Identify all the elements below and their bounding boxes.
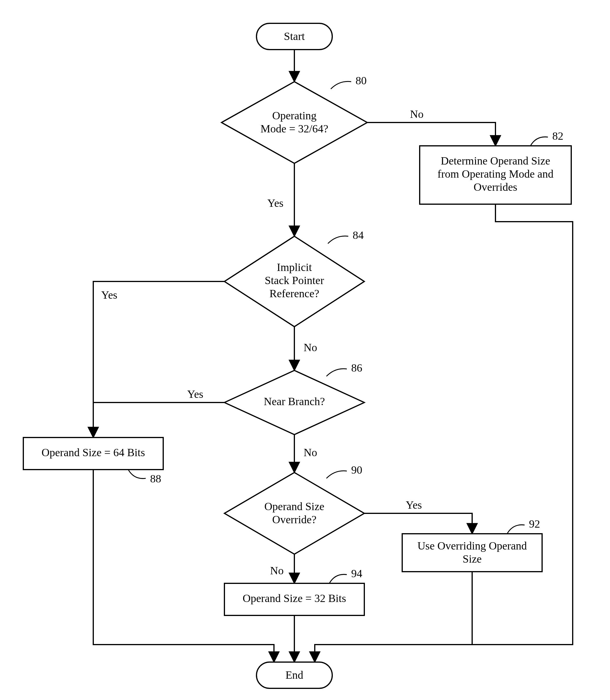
p92-line2: Size	[463, 553, 481, 565]
p94-line1: Operand Size = 32 Bits	[243, 592, 346, 604]
p82-line2: from Operating Mode and	[437, 168, 553, 180]
d84-line1: Implicit	[277, 261, 312, 273]
start-node: Start	[256, 23, 332, 50]
p94-ref: 94	[351, 567, 362, 579]
edge-d90-p92-label: Yes	[406, 499, 422, 511]
d80-ref: 80	[356, 74, 367, 87]
d84-line2: Stack Pointer	[264, 274, 324, 286]
d86-line1: Near Branch?	[264, 395, 325, 407]
edge-d80-d84-label: Yes	[267, 197, 283, 209]
d90-line1: Operand Size	[264, 500, 324, 512]
decision-90: Operand Size Override? 90	[224, 464, 364, 554]
end-node: End	[256, 662, 332, 688]
p88-ref: 88	[150, 472, 161, 485]
d80-line2: Mode = 32/64?	[260, 123, 328, 135]
flowchart: Yes No No Yes Yes No Yes No	[0, 0, 610, 700]
decision-80: Operating Mode = 32/64? 80	[222, 74, 367, 164]
decision-84: Implicit Stack Pointer Reference? 84	[224, 229, 364, 327]
decision-86: Near Branch? 86	[224, 362, 364, 435]
end-label: End	[285, 669, 303, 681]
edge-d80-p82	[367, 123, 496, 146]
edge-d86-p88-label: Yes	[187, 388, 203, 400]
p88-line1: Operand Size = 64 Bits	[42, 446, 145, 458]
edge-d86-d90-label: No	[304, 446, 317, 458]
p82-ref: 82	[552, 130, 563, 142]
d90-ref: 90	[351, 464, 362, 476]
edge-d84-p88	[93, 281, 224, 437]
p82-line1: Determine Operand Size	[441, 155, 550, 167]
edge-d84-p88-label: Yes	[101, 289, 117, 301]
d84-line3: Reference?	[270, 287, 319, 299]
p92-ref: 92	[529, 518, 540, 530]
edge-d80-p82-label: No	[410, 108, 423, 120]
p92-line1: Use Overriding Operand	[417, 540, 527, 552]
edge-d86-p88	[93, 403, 224, 437]
edge-d90-p94-label: No	[270, 564, 284, 577]
d84-ref: 84	[353, 229, 364, 241]
d86-ref: 86	[351, 362, 362, 374]
edge-d84-d86-label: No	[304, 341, 317, 354]
p82-line3: Overrides	[473, 181, 517, 193]
d80-line1: Operating	[272, 109, 317, 122]
edge-d90-p92	[364, 513, 472, 534]
edge-p88-end	[93, 470, 274, 662]
d90-line2: Override?	[272, 513, 317, 526]
start-label: Start	[284, 30, 305, 42]
